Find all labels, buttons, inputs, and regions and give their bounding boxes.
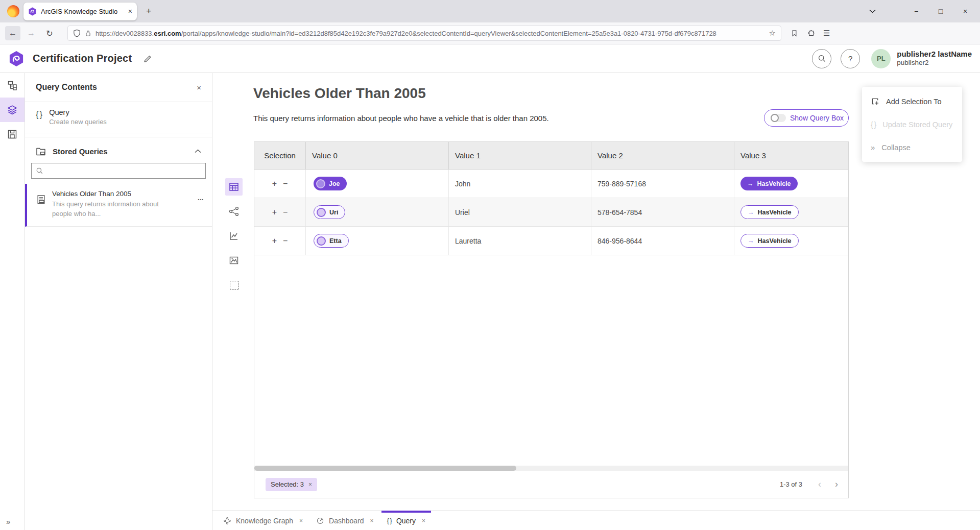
project-title: Certification Project bbox=[33, 53, 132, 64]
tab-close-icon[interactable]: × bbox=[370, 517, 374, 524]
table-row[interactable]: + − Uri Uriel 578-654-7854 →HasVehicle bbox=[254, 198, 848, 227]
remove-from-selection-icon[interactable]: − bbox=[283, 179, 288, 188]
page-title: Vehicles Older Than 2005 bbox=[253, 85, 426, 102]
minimize-button[interactable]: − bbox=[912, 7, 921, 15]
column-header: Value 0 bbox=[305, 142, 448, 169]
item-options-icon[interactable]: ••• bbox=[198, 197, 204, 202]
chevron-up-icon[interactable] bbox=[195, 149, 201, 153]
lock-icon[interactable] bbox=[85, 30, 91, 37]
user-info[interactable]: publisher2 lastName publisher2 bbox=[897, 50, 972, 68]
tool-select[interactable] bbox=[225, 276, 243, 294]
rail-item-hierarchy[interactable] bbox=[0, 73, 25, 98]
menu-item-collapse[interactable]: » Collapse bbox=[862, 136, 962, 159]
pocket-icon[interactable] bbox=[791, 29, 798, 37]
add-to-selection-icon[interactable]: + bbox=[272, 179, 277, 188]
tab-close-icon[interactable]: × bbox=[422, 517, 425, 524]
tab-knowledge-graph[interactable]: Knowledge Graph × bbox=[217, 511, 309, 530]
stored-queries-search[interactable] bbox=[31, 163, 206, 179]
reload-button[interactable]: ↻ bbox=[42, 26, 57, 40]
new-query-item[interactable]: { } Query Create new queries bbox=[25, 102, 212, 133]
remove-from-selection-icon[interactable]: − bbox=[283, 236, 288, 246]
folder-icon bbox=[36, 146, 46, 156]
cell-value: John bbox=[448, 170, 591, 198]
menu-icon[interactable]: ☰ bbox=[823, 29, 830, 38]
tab-close-icon[interactable]: × bbox=[299, 517, 303, 524]
firefox-logo-icon[interactable] bbox=[7, 5, 19, 17]
relationship-pill[interactable]: →HasVehicle bbox=[740, 177, 798, 190]
window-close-button[interactable]: × bbox=[961, 7, 970, 15]
arrow-right-icon: → bbox=[748, 237, 754, 245]
horizontal-scrollbar[interactable] bbox=[254, 466, 848, 471]
url-bar[interactable]: https://dev0028833.esri.com/portal/apps/… bbox=[67, 26, 781, 41]
column-header: Value 2 bbox=[591, 142, 734, 169]
add-to-selection-icon[interactable]: + bbox=[272, 236, 277, 246]
relationship-pill[interactable]: →HasVehicle bbox=[740, 234, 799, 248]
previous-page-icon[interactable]: ‹ bbox=[818, 479, 821, 490]
cell-value: 846-956-8644 bbox=[591, 227, 734, 255]
cell-value: 759-889-57168 bbox=[591, 170, 734, 198]
search-icon bbox=[818, 54, 826, 63]
arcgis-knowledge-logo-icon bbox=[8, 51, 25, 67]
maximize-button[interactable]: □ bbox=[936, 7, 945, 15]
selection-actions-menu: Add Selection To { } Update Stored Query… bbox=[862, 87, 962, 162]
entity-avatar bbox=[317, 236, 326, 246]
selected-count-chip[interactable]: Selected: 3 × bbox=[266, 478, 317, 491]
browser-tab[interactable]: ArcGIS Knowledge Studio × bbox=[23, 3, 137, 20]
tab-query[interactable]: { } Query × bbox=[380, 511, 432, 530]
tool-map[interactable] bbox=[225, 252, 243, 269]
menu-item-add-selection-to[interactable]: Add Selection To bbox=[862, 90, 962, 113]
next-page-icon[interactable]: › bbox=[835, 479, 838, 490]
tool-chart[interactable] bbox=[225, 227, 243, 245]
bookmark-star-icon[interactable]: ☆ bbox=[769, 29, 776, 38]
scrollbar-thumb[interactable] bbox=[254, 466, 516, 471]
page-description: This query returns information about peo… bbox=[253, 114, 549, 123]
pagination: 1-3 of 3 ‹ › bbox=[780, 479, 838, 490]
stored-query-item[interactable]: Vehicles Older Than 2005 This query retu… bbox=[25, 184, 212, 227]
stored-queries-header[interactable]: Stored Queries bbox=[25, 137, 212, 162]
toggle-track[interactable] bbox=[771, 114, 786, 122]
toggle-label: Show Query Box bbox=[790, 114, 844, 122]
show-query-box-toggle[interactable]: Show Query Box bbox=[764, 109, 849, 127]
knowledge-graph-icon bbox=[223, 517, 231, 525]
expand-rail-icon[interactable]: » bbox=[6, 517, 10, 526]
layers-icon bbox=[7, 105, 17, 115]
sitemap-icon bbox=[7, 80, 17, 90]
tab-dashboard[interactable]: Dashboard × bbox=[309, 511, 380, 530]
table-row[interactable]: + − Joe John 759-889-57168 →HasVehicle bbox=[254, 170, 848, 198]
new-tab-button[interactable]: + bbox=[146, 7, 152, 16]
table-header-row: Selection Value 0 Value 1 Value 2 Value … bbox=[254, 142, 848, 170]
app-body: » Query Contents × { } Query Create new … bbox=[0, 73, 980, 530]
page-range: 1-3 of 3 bbox=[780, 480, 802, 488]
shield-icon[interactable] bbox=[73, 29, 81, 37]
list-tabs-chevron-icon[interactable] bbox=[869, 9, 876, 13]
remove-from-selection-icon[interactable]: − bbox=[283, 208, 288, 217]
entity-pill[interactable]: Joe bbox=[314, 177, 347, 190]
back-button[interactable]: ← bbox=[5, 26, 20, 40]
clear-selection-icon[interactable]: × bbox=[308, 481, 312, 488]
add-selection-icon bbox=[871, 97, 879, 106]
content-tab-bar: Knowledge Graph × Dashboard × { } Query … bbox=[212, 511, 980, 530]
user-avatar[interactable]: PL bbox=[871, 49, 891, 68]
query-item-subtitle: Create new queries bbox=[49, 118, 107, 126]
extensions-icon[interactable] bbox=[806, 29, 815, 38]
query-item-title: Query bbox=[49, 108, 107, 116]
tool-link-chart[interactable] bbox=[225, 203, 243, 220]
table-row[interactable]: + − Etta Lauretta 846-956-8644 →HasVehic… bbox=[254, 227, 848, 255]
relationship-pill[interactable]: →HasVehicle bbox=[740, 205, 799, 219]
tab-close-icon[interactable]: × bbox=[128, 8, 132, 15]
add-to-selection-icon[interactable]: + bbox=[272, 208, 277, 217]
forward-button[interactable]: → bbox=[23, 26, 39, 40]
help-button[interactable]: ? bbox=[841, 49, 860, 68]
entity-pill[interactable]: Uri bbox=[314, 205, 345, 219]
search-button[interactable] bbox=[812, 49, 831, 68]
results-table: Selection Value 0 Value 1 Value 2 Value … bbox=[254, 141, 849, 498]
panel-close-icon[interactable]: × bbox=[197, 83, 201, 92]
search-input[interactable] bbox=[46, 167, 201, 175]
rail-item-save[interactable] bbox=[0, 122, 25, 147]
entity-pill[interactable]: Etta bbox=[314, 234, 349, 248]
rail-item-layers[interactable] bbox=[0, 98, 25, 122]
tool-table-view[interactable] bbox=[225, 178, 243, 196]
panel-header: Query Contents × bbox=[25, 73, 212, 102]
collapse-icon: » bbox=[871, 143, 875, 152]
edit-pencil-icon[interactable] bbox=[143, 54, 152, 63]
